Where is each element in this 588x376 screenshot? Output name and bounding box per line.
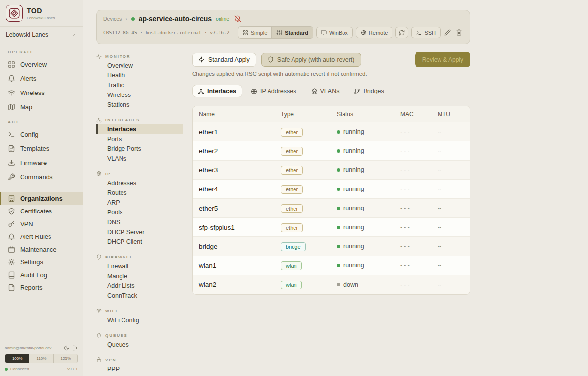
table-row-wlan1[interactable]: wlan1wlanrunning- - --- — [193, 256, 470, 275]
sidebar-item-commands[interactable]: Commands — [0, 170, 83, 184]
sidebar-item-reports[interactable]: Reports — [0, 281, 83, 294]
safe-apply-button[interactable]: Safe Apply (with auto-revert) — [261, 53, 361, 67]
review-apply-button[interactable]: Review & Apply — [415, 52, 470, 67]
subnav-section-title: IP — [105, 172, 111, 176]
interface-mac: - - - — [400, 166, 438, 173]
sidebar-item-maintenance[interactable]: Maintenance — [0, 243, 83, 256]
subnav-item-ports[interactable]: Ports — [96, 134, 183, 144]
subnav-item-health[interactable]: Health — [96, 70, 183, 80]
org-selector[interactable]: Lebowski Lanes — [0, 26, 83, 43]
sidebar-item-config[interactable]: Config — [0, 127, 83, 141]
interface-mac: - - - — [400, 224, 438, 231]
interface-type-badge: ether — [281, 185, 303, 194]
interface-status-label: running — [343, 166, 364, 173]
table-row-bridge[interactable]: bridgebridgerunning- - --- — [193, 237, 470, 256]
sidebar-item-alert-rules[interactable]: Alert Rules — [0, 230, 83, 243]
sidebar-item-settings[interactable]: Settings — [0, 256, 83, 268]
subnav-item-pools[interactable]: Pools — [96, 208, 183, 217]
sidebar-item-overview[interactable]: Overview — [0, 57, 83, 71]
zoom-option-100[interactable]: 100% — [5, 354, 29, 363]
sidebar-item-organizations[interactable]: Organizations — [0, 192, 83, 205]
subnav-item-addr-lists[interactable]: Addr Lists — [96, 281, 183, 291]
sidebar-item-audit-log[interactable]: Audit Log — [0, 268, 83, 281]
subnav-item-interfaces[interactable]: Interfaces — [96, 124, 183, 134]
globe-icon — [251, 88, 257, 94]
subnav-item-wireless[interactable]: Wireless — [96, 90, 183, 100]
device-meta: CRS112-8G-4S · host.docker.internal · v7… — [103, 30, 229, 35]
sidebar-item-map[interactable]: Map — [0, 100, 83, 114]
interface-type-cell: wlan — [281, 261, 337, 270]
table-row-ether2[interactable]: ether2etherrunning- - --- — [193, 141, 470, 161]
zoom-option-125[interactable]: 125% — [54, 354, 77, 363]
subnav-item-ppp[interactable]: PPP — [96, 364, 183, 374]
theme-toggle-icon[interactable] — [64, 345, 69, 351]
sidebar-item-vpn[interactable]: VPN — [0, 217, 83, 230]
subnav-item-dhcp-client[interactable]: DHCP Client — [96, 237, 183, 247]
subnav-item-firewall[interactable]: Firewall — [96, 261, 183, 271]
subnav-item-arp[interactable]: ARP — [96, 198, 183, 208]
pencil-icon — [444, 29, 451, 36]
sidebar-item-wireless[interactable]: Wireless — [0, 86, 83, 100]
subnav-item-stations[interactable]: Stations — [96, 100, 183, 110]
winbox-button[interactable]: WinBox — [316, 27, 353, 38]
table-row-ether3[interactable]: ether3etherrunning- - --- — [193, 161, 470, 180]
tab-interfaces[interactable]: Interfaces — [192, 85, 242, 97]
sidebar-item-certificates[interactable]: Certificates — [0, 205, 83, 217]
subnav-section: VPNPPP — [96, 355, 183, 374]
subnav-item-routes[interactable]: Routes — [96, 188, 183, 198]
simple-view-button[interactable]: Simple — [238, 27, 272, 38]
subnav-section-title: VPN — [105, 358, 116, 362]
column-header-status: Status — [337, 111, 400, 118]
sidebar-item-templates[interactable]: Templates — [0, 141, 83, 156]
subnav-item-dhcp-server[interactable]: DHCP Server — [96, 227, 183, 237]
edit-device-button[interactable] — [443, 28, 452, 37]
subnav-item-vlans[interactable]: VLANs — [96, 154, 183, 164]
connection-label: Connected — [10, 367, 29, 371]
subnav-item-mangle[interactable]: Mangle — [96, 271, 183, 281]
device-online-label: online — [216, 16, 229, 22]
interface-status-cell: running — [337, 147, 400, 154]
ssh-button[interactable]: SSH — [411, 27, 441, 38]
breadcrumb-devices[interactable]: Devices — [103, 16, 122, 22]
zoom-control: 100%110%125% — [5, 354, 78, 363]
standard-view-button[interactable]: Standard — [271, 27, 313, 38]
sidebar-item-firmware[interactable]: Firmware — [0, 156, 83, 170]
subnav-section: WIFIWiFi Config — [96, 306, 183, 325]
interface-name: ether3 — [199, 166, 281, 174]
delete-device-button[interactable] — [455, 28, 463, 37]
subnav-item-addresses[interactable]: Addresses — [96, 178, 183, 188]
subnav-item-dns[interactable]: DNS — [96, 217, 183, 227]
network-icon — [198, 88, 204, 94]
wifi-icon — [8, 89, 15, 96]
zoom-option-110[interactable]: 110% — [29, 354, 53, 363]
interface-mac: - - - — [400, 262, 438, 269]
safe-apply-label: Safe Apply (with auto-revert) — [277, 56, 355, 63]
logout-icon[interactable] — [73, 345, 78, 351]
sidebar-item-alerts[interactable]: Alerts — [0, 71, 83, 86]
interface-type-cell: bridge — [281, 242, 337, 251]
table-row-sfp-sfpplus1[interactable]: sfp-sfpplus1etherrunning- - --- — [193, 218, 470, 237]
interface-type-badge: ether — [281, 147, 303, 156]
remote-button[interactable]: Remote — [356, 27, 393, 38]
subnav-item-wifi-config[interactable]: WiFi Config — [96, 315, 183, 325]
table-row-ether5[interactable]: ether5etherrunning- - --- — [193, 199, 470, 218]
wifi-icon — [96, 308, 102, 314]
book-icon — [8, 271, 15, 279]
standard-apply-button[interactable]: Standard Apply — [192, 53, 256, 67]
subnav-item-traffic[interactable]: Traffic — [96, 80, 183, 90]
subnav-item-overview[interactable]: Overview — [96, 61, 183, 70]
table-row-wlan2[interactable]: wlan2wlandown- - --- — [193, 275, 470, 294]
tab-ip-addresses[interactable]: IP Addresses — [245, 85, 302, 97]
subnav-item-queues[interactable]: Queues — [96, 340, 183, 350]
tab-bridges[interactable]: Bridges — [348, 85, 390, 97]
sliders-icon — [276, 30, 282, 36]
tab-vlans[interactable]: VLANs — [305, 85, 345, 97]
subnav-section-label: INTERFACES — [96, 116, 183, 124]
interface-type-cell: ether — [281, 146, 337, 156]
subnav-item-conntrack[interactable]: ConnTrack — [96, 291, 183, 301]
subnav-item-bridge-ports[interactable]: Bridge Ports — [96, 144, 183, 154]
table-row-ether4[interactable]: ether4etherrunning- - --- — [193, 180, 470, 199]
refresh-button[interactable] — [395, 27, 408, 38]
notifications-muted-button[interactable] — [234, 15, 241, 22]
table-row-ether1[interactable]: ether1etherrunning- - --- — [193, 122, 470, 141]
